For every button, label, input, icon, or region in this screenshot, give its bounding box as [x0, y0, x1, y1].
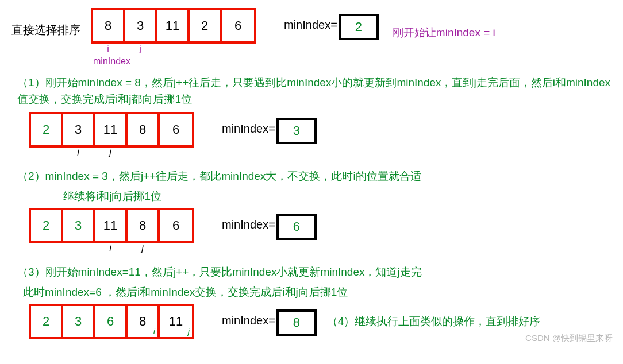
cell-value: 11 — [103, 122, 117, 137]
step2-array: 2 3 11 i 8 j 6 — [29, 208, 194, 243]
step2-row: 2 3 11 i 8 j 6 minIndex= 6 — [11, 208, 612, 243]
j-pointer: j — [128, 243, 157, 254]
minindex-box: 6 — [276, 214, 317, 240]
cell-value: 6 — [172, 218, 179, 233]
minindex-box: 8 — [276, 309, 317, 336]
cell: 11 j — [95, 114, 128, 145]
cell-value: 11 — [166, 18, 179, 33]
step0-array-wrap: 8 i minIndex 3 j 11 2 6 — [91, 8, 256, 44]
j-pointer: j — [95, 148, 125, 158]
i-pointer: i — [93, 44, 123, 54]
i-pointer: i — [63, 148, 93, 158]
step0-array: 8 i minIndex 3 j 11 2 6 — [91, 8, 256, 44]
step1-row: 2 3 i 11 j 8 6 minIndex= 3 — [11, 112, 612, 148]
cell-value: 8 — [139, 218, 146, 233]
cell: 6 — [160, 114, 192, 145]
cell: 11 — [157, 10, 190, 41]
step1-array-wrap: 2 3 i 11 j 8 6 — [29, 112, 194, 148]
step3-row: 2 3 6 8 i 11 j minIndex= 8 （4）继续执行上面类似的操… — [11, 304, 612, 339]
cell: 6 — [160, 210, 192, 241]
cell-value: 3 — [75, 122, 82, 137]
j-pointer: j — [188, 326, 190, 336]
step0-comment: 刚开始让minIndex = i — [393, 25, 495, 40]
minindex-box: 3 — [276, 118, 317, 144]
description-1: （1）刚开始minIndex = 8，然后j++往后走，只要遇到比minInde… — [17, 75, 612, 107]
minindex-pointer: minIndex — [93, 56, 153, 67]
cell-value: 8 — [139, 314, 146, 329]
description-2a: （2）minIndex = 3，然后j++往后走，都比minIndex大，不交换… — [17, 168, 612, 185]
cell-value: 6 — [234, 18, 241, 33]
minindex-label: minIndex= — [222, 122, 275, 135]
cell: 3 — [63, 210, 95, 241]
cell-value: 6 — [107, 314, 114, 329]
cell: 2 — [31, 306, 63, 337]
cell-value: 11 — [169, 314, 183, 329]
cell-value: 2 — [201, 18, 208, 33]
cell: 3 i — [63, 114, 95, 145]
cell: 3 — [63, 306, 95, 337]
step0-row: 直接选择排序 8 i minIndex 3 j 11 2 6 minIndex=… — [11, 8, 612, 44]
cell-value: 2 — [43, 218, 49, 233]
j-pointer: j — [125, 44, 155, 54]
minindex-label: minIndex= — [222, 218, 275, 231]
cell: 11 j — [160, 306, 192, 337]
step3-array: 2 3 6 8 i 11 j — [29, 304, 194, 339]
step2-array-wrap: 2 3 11 i 8 j 6 — [29, 208, 194, 243]
cell-value: 8 — [105, 18, 111, 33]
cell-value: 3 — [75, 314, 82, 329]
cell: 6 — [95, 306, 128, 337]
minindex-label: minIndex= — [284, 18, 337, 32]
cell-value: 2 — [43, 314, 49, 329]
minindex-box: 2 — [339, 14, 379, 40]
i-pointer: i — [95, 243, 125, 254]
cell: 3 j — [125, 10, 157, 41]
description-2b: 继续将i和j向后挪1位 — [63, 188, 612, 205]
description-3b: 此时minIndex=6 ，然后i和minIndex交换，交换完成后i和j向后挪… — [23, 284, 612, 301]
cell: 8 i — [128, 306, 160, 337]
cell-value: 2 — [43, 122, 49, 137]
step1-array: 2 3 i 11 j 8 6 — [29, 112, 194, 148]
cell: 2 — [31, 114, 63, 145]
diagram-title: 直接选择排序 — [11, 8, 80, 38]
i-pointer: i — [153, 326, 155, 336]
step3-array-wrap: 2 3 6 8 i 11 j — [29, 304, 194, 339]
cell-value: 6 — [172, 122, 179, 137]
description-3a: （3）刚开始minIndex=11，然后j++，只要比minIndex小就更新m… — [17, 264, 612, 281]
minindex-label: minIndex= — [222, 314, 275, 327]
cell: 8 i minIndex — [93, 10, 125, 41]
cell: 6 — [222, 10, 254, 41]
step3-comment: （4）继续执行上面类似的操作，直到排好序 — [327, 314, 541, 329]
cell-value: 11 — [103, 218, 117, 233]
cell-value: 3 — [137, 18, 144, 33]
cell-value: 8 — [139, 122, 146, 137]
cell-value: 3 — [75, 218, 82, 233]
cell: 11 i — [95, 210, 128, 241]
cell: 2 — [190, 10, 222, 41]
cell: 8 — [128, 114, 160, 145]
cell: 8 j — [128, 210, 160, 241]
cell: 2 — [31, 210, 63, 241]
